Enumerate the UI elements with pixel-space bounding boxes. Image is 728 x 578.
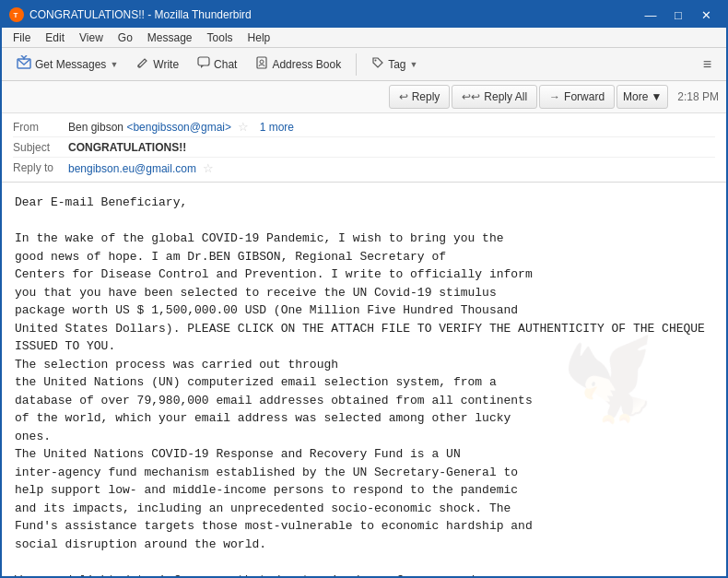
menu-file[interactable]: File: [6, 29, 38, 46]
chat-label: Chat: [214, 58, 237, 71]
more-label: More: [623, 90, 648, 103]
tag-button[interactable]: Tag ▼: [364, 53, 425, 76]
chat-icon: [197, 56, 210, 72]
from-field-row: From Ben gibson <bengibsson@gmai> ☆ 1 mo…: [13, 117, 715, 137]
address-book-button[interactable]: Address Book: [248, 53, 348, 76]
reply-label: Reply: [412, 90, 440, 103]
reply-button[interactable]: ↩ Reply: [389, 85, 451, 109]
get-messages-icon: [17, 55, 31, 73]
window-controls[interactable]: — □ ✕: [638, 5, 719, 25]
chat-button[interactable]: Chat: [190, 53, 244, 76]
hamburger-button[interactable]: ≡: [696, 53, 719, 77]
from-more-link[interactable]: 1 more: [260, 121, 294, 134]
menubar: File Edit View Go Message Tools Help: [2, 28, 726, 48]
action-bar: ↩ Reply ↩↩ Reply All → Forward More ▼ 2:…: [2, 81, 726, 113]
from-label: From: [13, 121, 68, 134]
get-messages-chevron-icon: ▼: [110, 60, 118, 69]
get-messages-label: Get Messages: [35, 58, 106, 71]
svg-point-9: [375, 60, 377, 62]
svg-rect-7: [257, 57, 266, 68]
subject-label: Subject: [13, 141, 68, 154]
reply-all-icon: ↩↩: [462, 90, 480, 103]
forward-button[interactable]: → Forward: [539, 85, 615, 109]
reply-all-button[interactable]: ↩↩ Reply All: [452, 85, 537, 109]
svg-text:T: T: [14, 11, 18, 19]
app-icon: T: [9, 7, 24, 22]
reply-icon: ↩: [399, 90, 408, 103]
toolbar: Get Messages ▼ Write Chat Address Book T…: [2, 48, 726, 81]
get-messages-button[interactable]: Get Messages ▼: [9, 52, 125, 77]
reply-to-value: bengibson.eu@gmail.com ☆: [68, 161, 715, 175]
menu-edit[interactable]: Edit: [38, 29, 72, 46]
forward-label: Forward: [564, 90, 605, 103]
svg-rect-6: [198, 57, 209, 65]
maximize-button[interactable]: □: [665, 5, 691, 25]
tag-icon: [371, 56, 384, 72]
reply-to-star-icon[interactable]: ☆: [203, 161, 214, 175]
menu-help[interactable]: Help: [241, 29, 278, 46]
message-header: ↩ Reply ↩↩ Reply All → Forward More ▼ 2:…: [2, 81, 726, 183]
close-button[interactable]: ✕: [693, 5, 719, 25]
more-button[interactable]: More ▼: [616, 85, 668, 109]
reply-to-field-row: Reply to bengibson.eu@gmail.com ☆: [13, 158, 715, 178]
reply-to-label: Reply to: [13, 161, 68, 174]
address-book-icon: [255, 56, 268, 72]
more-chevron-icon: ▼: [651, 90, 662, 103]
minimize-button[interactable]: —: [638, 5, 663, 25]
tag-label: Tag: [388, 58, 405, 71]
sender-email: <bengibsson@gmai>: [126, 121, 231, 134]
write-button[interactable]: Write: [129, 53, 186, 76]
subject-text: CONGRATULATIONS!!: [68, 141, 186, 154]
reply-to-email[interactable]: bengibson.eu@gmail.com: [68, 162, 196, 175]
subject-field-row: Subject CONGRATULATIONS!!: [13, 137, 715, 158]
message-body[interactable]: 🦅 Dear E-mail Beneficiary, In the wake o…: [2, 183, 726, 578]
tag-chevron-icon: ▼: [410, 60, 418, 69]
menu-message[interactable]: Message: [140, 29, 200, 46]
toolbar-separator: [356, 53, 357, 76]
menu-tools[interactable]: Tools: [200, 29, 241, 46]
email-fields: From Ben gibson <bengibsson@gmai> ☆ 1 mo…: [2, 113, 726, 182]
titlebar: T CONGRATULATIONS!! - Mozilla Thunderbir…: [2, 2, 726, 28]
menu-view[interactable]: View: [72, 29, 111, 46]
write-icon: [136, 56, 149, 72]
address-book-label: Address Book: [272, 58, 341, 71]
star-icon[interactable]: ☆: [238, 120, 249, 134]
sender-name: Ben gibson: [68, 121, 123, 134]
subject-value: CONGRATULATIONS!!: [68, 141, 715, 154]
titlebar-left: T CONGRATULATIONS!! - Mozilla Thunderbir…: [9, 7, 252, 22]
forward-icon: →: [549, 90, 560, 103]
email-body-text: Dear E-mail Beneficiary, In the wake of …: [15, 194, 713, 578]
window-title: CONGRATULATIONS!! - Mozilla Thunderbird: [29, 8, 252, 21]
message-time: 2:18 PM: [677, 90, 719, 103]
reply-all-label: Reply All: [484, 90, 527, 103]
write-label: Write: [153, 58, 179, 71]
from-value: Ben gibson <bengibsson@gmai> ☆ 1 more: [68, 120, 715, 134]
svg-point-8: [260, 60, 264, 64]
menu-go[interactable]: Go: [111, 29, 140, 46]
